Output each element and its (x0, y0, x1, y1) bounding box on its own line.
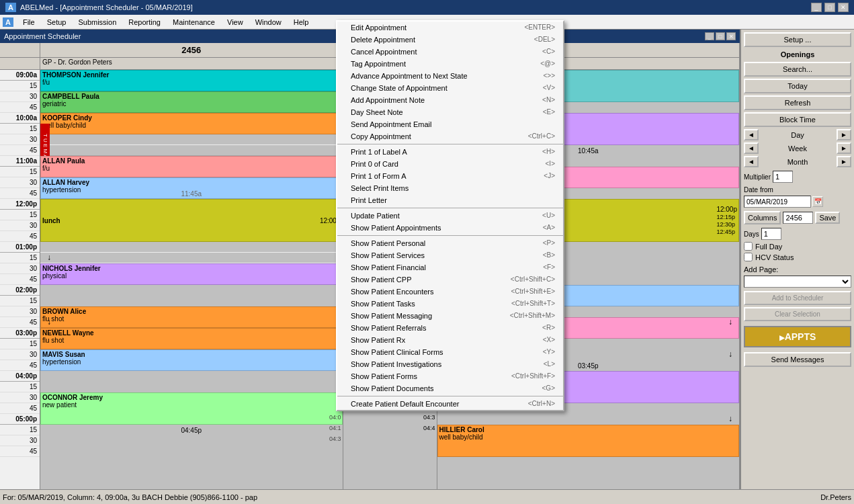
month-next-button[interactable]: ► (837, 156, 851, 167)
ctx-show-investigations[interactable]: Show Patient Investigations <L> (337, 358, 563, 370)
ctx-print-label-a[interactable]: Print 1 of Label A <H> (337, 146, 563, 158)
ctx-show-appointments[interactable]: Show Patient Appointments <A> (337, 222, 563, 234)
ctx-print-card[interactable]: Print 0 of Card <I> (337, 158, 563, 170)
full-day-checkbox[interactable] (744, 242, 753, 251)
day-prev-button[interactable]: ◄ (744, 129, 759, 140)
ctx-show-tasks[interactable]: Show Patient Tasks <Ctrl+Shift+T> (337, 298, 563, 310)
ctx-show-clinical-forms[interactable]: Show Patient Clinical Forms <Y> (337, 346, 563, 358)
refresh-button[interactable]: Refresh (744, 95, 851, 110)
appts-logo[interactable]: ▶APPTS (744, 326, 851, 347)
ctx-update-patient[interactable]: Update Patient <U> (337, 210, 563, 222)
openings-label: Openings (744, 50, 851, 58)
menu-help[interactable]: Help (288, 17, 314, 28)
ctx-show-referrals[interactable]: Show Patient Referrals <R> (337, 322, 563, 334)
time-1200p: 12:00p (0, 199, 40, 210)
time-330: 30 (0, 349, 40, 360)
ctx-change-state[interactable]: Change State of Appointment <V> (337, 82, 563, 94)
time-1145: 45 (0, 188, 40, 199)
ctx-create-default-encounter[interactable]: Create Patient Default Encounter <Ctrl+N… (337, 398, 563, 410)
doctor-col1: GP - Dr. Gordon Peters (40, 58, 343, 69)
close-button[interactable]: ✕ (838, 3, 849, 12)
ctx-advance-appointment[interactable]: Advance Appointment to Next State <>> (337, 70, 563, 82)
multiplier-row: Multiplier (744, 171, 851, 183)
menu-maintenance[interactable]: Maintenance (167, 17, 220, 28)
ctx-copy-appointment[interactable]: Copy Appointment <Ctrl+C> (337, 130, 563, 142)
time-115: 15 (0, 253, 40, 263)
full-day-row: Full Day (744, 242, 851, 251)
ctx-tag-appointment[interactable]: Tag Appointment <@> (337, 58, 563, 70)
ctx-select-print[interactable]: Select Print Items (337, 182, 563, 194)
appt-mavis[interactable]: MAVIS Susan hypertension (40, 349, 343, 371)
ctx-show-clinical-forms-shortcut: <Y> (543, 348, 555, 356)
add-page-select[interactable] (744, 276, 851, 288)
ctx-show-services[interactable]: Show Patient Services <B> (337, 249, 563, 261)
save-button[interactable]: Save (815, 212, 840, 224)
ctx-sep-2 (337, 208, 563, 208)
ctx-print-card-shortcut: <I> (546, 160, 555, 168)
menu-window[interactable]: Window (250, 17, 287, 28)
send-messages-button[interactable]: Send Messages (744, 352, 851, 367)
clear-selection-button[interactable]: Clear Selection (744, 307, 851, 321)
hcv-checkbox[interactable] (744, 253, 753, 261)
menu-submission[interactable]: Submission (73, 17, 122, 28)
ctx-print-letter[interactable]: Print Letter (337, 194, 563, 206)
block-time-button[interactable]: Block Time (744, 112, 851, 127)
time-400p: 04:00p (0, 371, 40, 382)
ctx-show-messaging[interactable]: Show Patient Messaging <Ctrl+Shift+M> (337, 310, 563, 322)
ctx-delete-appointment[interactable]: Delete Appointment <DEL> (337, 34, 563, 46)
inner-close[interactable]: ✕ (726, 32, 736, 40)
setup-button[interactable]: Setup ... (744, 32, 851, 47)
ctx-cancel-appointment[interactable]: Cancel Appointment <C> (337, 46, 563, 58)
ctx-day-sheet[interactable]: Day Sheet Note <E> (337, 106, 563, 118)
appt-hillier[interactable]: HILLIER Carol well baby/child (437, 425, 740, 457)
arrow-col1: ↓ (47, 253, 51, 262)
appt-campbell[interactable]: CAMPBELL Paula geriatric (40, 91, 343, 113)
ctx-show-rx[interactable]: Show Patient Rx <X> (337, 334, 563, 346)
ctx-create-default-encounter-shortcut: <Ctrl+N> (528, 400, 555, 408)
ctx-show-financial[interactable]: Show Patient Financial <F> (337, 261, 563, 274)
appt-kooper[interactable]: KOOPER Cindy well baby/child (40, 113, 343, 134)
ctx-edit-shortcut: <ENTER> (524, 24, 555, 32)
week-prev-button[interactable]: ◄ (744, 142, 759, 154)
ctx-sep-4 (337, 396, 563, 396)
ctx-show-cpp[interactable]: Show Patient CPP <Ctrl+Shift+C> (337, 274, 563, 286)
appt-nichols[interactable]: NICHOLS Jennifer physical (40, 263, 343, 285)
minimize-button[interactable]: _ (811, 3, 822, 12)
add-to-scheduler-button[interactable]: Add to Scheduler (744, 291, 851, 305)
ctx-edit-appointment[interactable]: Edit Appointment <ENTER> (337, 22, 563, 34)
ctx-add-note[interactable]: Add Appointment Note <N> (337, 94, 563, 106)
ctx-show-personal[interactable]: Show Patient Personal <P> (337, 237, 563, 249)
ctx-show-personal-label: Show Patient Personal (351, 239, 425, 247)
week-next-button[interactable]: ► (837, 142, 851, 154)
ctx-send-email[interactable]: Send Appointment Email (337, 118, 563, 130)
appt-oconnor[interactable]: OCONNOR Jeremy new patient (40, 392, 343, 425)
ctx-print-form-a[interactable]: Print 1 of Form A <J> (337, 170, 563, 182)
appt-allan-paula[interactable]: ALLAN Paula f/u (40, 156, 343, 177)
calendar-icon[interactable]: 📅 (812, 196, 823, 207)
columns-button[interactable]: Columns (744, 211, 781, 224)
menu-reporting[interactable]: Reporting (123, 17, 166, 28)
ctx-show-forms[interactable]: Show Patient Forms <Ctrl+Shift+F> (337, 370, 563, 382)
appt-thompson[interactable]: THOMPSON Jennifer f/u (40, 70, 343, 91)
appt-lunch-1[interactable]: lunch 12:00p (40, 199, 343, 242)
days-input[interactable] (761, 228, 781, 240)
menu-view[interactable]: View (222, 17, 249, 28)
inner-minimize[interactable]: _ (705, 32, 714, 40)
search-button[interactable]: Search... (744, 62, 851, 77)
maximize-button[interactable]: □ (824, 3, 835, 12)
day-next-button[interactable]: ► (837, 129, 851, 140)
appt-brown[interactable]: BROWN Alice flu shot (40, 306, 343, 328)
month-prev-button[interactable]: ◄ (744, 156, 759, 167)
appt-newell[interactable]: NEWELL Wayne flu shot (40, 328, 343, 349)
menu-file[interactable]: File (17, 17, 40, 28)
time-500p: 05:00p (0, 414, 40, 425)
inner-maximize[interactable]: □ (716, 32, 725, 40)
today-button[interactable]: Today (744, 79, 851, 93)
menu-setup[interactable]: Setup (42, 17, 72, 28)
date-from-input[interactable] (744, 196, 811, 208)
columns-input[interactable] (783, 212, 813, 224)
ctx-show-documents[interactable]: Show Patient Documents <G> (337, 382, 563, 394)
time-415: 15 (0, 382, 40, 392)
ctx-show-encounters[interactable]: Show Patient Encounters <Ctrl+Shift+E> (337, 286, 563, 298)
multiplier-input[interactable] (773, 171, 793, 183)
